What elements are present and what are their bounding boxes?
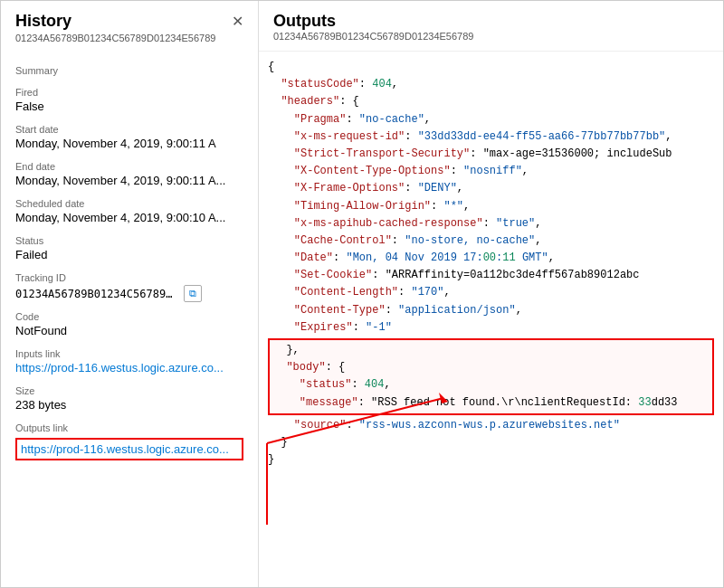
tracking-id-label: Tracking ID — [15, 272, 243, 283]
json-line: "Set-Cookie": "ARRAffinity=0a112bc3de4ff… — [268, 267, 723, 284]
code-value: NotFound — [15, 324, 243, 337]
json-line: "headers": { — [268, 93, 723, 110]
scheduled-date-value: Monday, November 4, 2019, 9:00:10 A... — [15, 211, 243, 224]
copy-tracking-button[interactable]: ⧉ — [184, 285, 202, 302]
outputs-title: Outputs — [273, 12, 709, 31]
inputs-link[interactable]: https://prod-116.westus.logic.azure.co..… — [15, 361, 243, 375]
json-line: "status": 404, — [273, 376, 709, 394]
end-date-value: Monday, November 4, 2019, 9:00:11 A... — [15, 174, 243, 187]
json-line: "Pragma": "no-cache", — [268, 111, 723, 128]
json-line: }, — [273, 342, 709, 359]
size-value: 238 bytes — [15, 398, 243, 412]
json-line: } — [268, 434, 723, 451]
json-output-area[interactable]: { "statusCode": 404, "headers": { "Pragm… — [259, 51, 723, 587]
history-title: History — [15, 12, 71, 31]
json-line: "X-Frame-Options": "DENY", — [268, 180, 723, 197]
outputs-panel: Outputs 01234A56789B01234C56789D01234E56… — [259, 1, 723, 587]
json-line: "Expires": "-1" — [268, 319, 723, 337]
json-line: "Date": "Mon, 04 Nov 2019 17:00:11 GMT", — [268, 250, 723, 267]
close-button[interactable]: ✕ — [232, 14, 243, 29]
json-line: } — [268, 451, 723, 469]
start-date-value: Monday, November 4, 2019, 9:00:11 A — [15, 137, 243, 150]
json-line: "Strict-Transport-Security": "max-age=31… — [268, 146, 723, 163]
code-label: Code — [15, 311, 243, 322]
fired-value: False — [15, 100, 243, 113]
tracking-row: 01234A56789B01234C56789D012... ⧉ — [15, 285, 243, 302]
json-line: "Content-Type": "application/json", — [268, 302, 723, 319]
outputs-link-label: Outputs link — [15, 422, 243, 433]
fired-label: Fired — [15, 87, 243, 98]
scheduled-date-label: Scheduled date — [15, 198, 243, 209]
history-id: 01234A56789B01234C56789D01234E56789 — [15, 33, 243, 43]
json-line: "Cache-Control": "no-store, no-cache", — [268, 232, 723, 250]
outputs-link[interactable]: https://prod-116.westus.logic.azure.co..… — [21, 442, 229, 456]
json-line: "X-Content-Type-Options": "nosniff", — [268, 163, 723, 180]
tracking-id-value: 01234A56789B01234C56789D012... — [15, 288, 178, 300]
json-line: { — [268, 59, 723, 76]
end-date-label: End date — [15, 161, 243, 172]
outputs-id: 01234A56789B01234C56789D01234E56789 — [273, 31, 709, 42]
highlighted-json-block: }, "body": { "status": 404, "message": "… — [268, 338, 714, 415]
json-line: "message": "RSS feed not found.\r\nclien… — [273, 394, 709, 412]
inputs-link-label: Inputs link — [15, 348, 243, 359]
start-date-label: Start date — [15, 124, 243, 135]
json-line: "body": { — [273, 359, 709, 376]
outputs-link-box: https://prod-116.westus.logic.azure.co..… — [15, 438, 243, 460]
json-line: "statusCode": 404, — [268, 76, 723, 93]
json-line: "x-ms-apihub-cached-response": "true", — [268, 215, 723, 232]
json-line: "x-ms-request-id": "33dd33dd-ee44-ff55-a… — [268, 128, 723, 146]
size-label: Size — [15, 385, 243, 396]
summary-label: Summary — [15, 65, 243, 76]
status-label: Status — [15, 235, 243, 246]
panel-header: History ✕ — [15, 12, 243, 31]
json-line: "source": "rss-wus.azconn-wus.p.azureweb… — [268, 417, 723, 434]
json-line: "Content-Length": "170", — [268, 284, 723, 301]
status-value: Failed — [15, 248, 243, 261]
outputs-header: Outputs 01234A56789B01234C56789D01234E56… — [259, 12, 723, 51]
json-line: "Timing-Allow-Origin": "*", — [268, 198, 723, 215]
history-panel: History ✕ 01234A56789B01234C56789D01234E… — [1, 1, 259, 587]
